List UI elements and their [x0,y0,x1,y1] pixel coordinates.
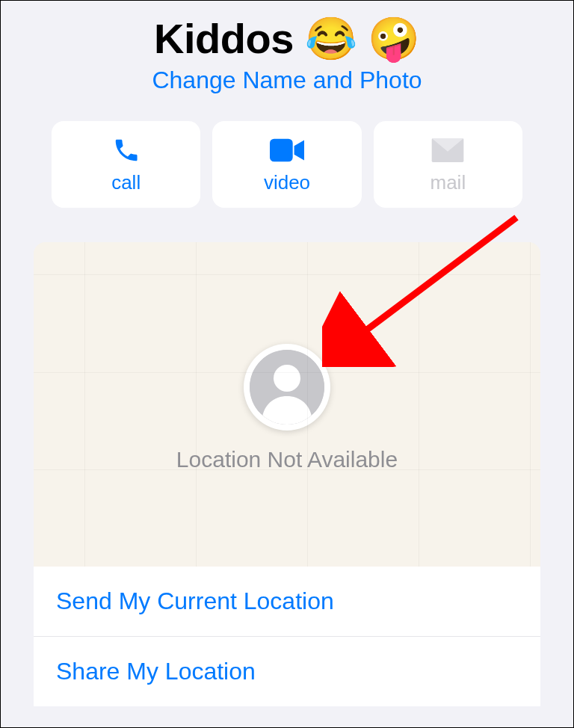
group-title: Kiddos 😂 🤪 [1,14,573,64]
call-label: call [111,171,141,194]
phone-icon [112,135,141,165]
video-icon [270,135,304,165]
video-button[interactable]: video [212,121,361,208]
person-icon [250,350,324,425]
location-options-list: Send My Current Location Share My Locati… [34,567,540,706]
mail-icon [431,135,464,165]
change-name-photo-link[interactable]: Change Name and Photo [1,67,573,94]
avatar-pin [244,344,330,431]
map-area[interactable]: Location Not Available [34,242,540,567]
share-my-location-button[interactable]: Share My Location [34,636,540,706]
send-current-location-button[interactable]: Send My Current Location [34,567,540,636]
mail-label: mail [430,171,466,194]
video-label: video [264,171,310,194]
location-card: Location Not Available Send My Current L… [34,242,540,706]
mail-button[interactable]: mail [374,121,522,208]
svg-rect-0 [270,138,293,161]
svg-point-3 [274,365,300,392]
action-row: call video mail [1,121,573,208]
call-button[interactable]: call [52,121,200,208]
